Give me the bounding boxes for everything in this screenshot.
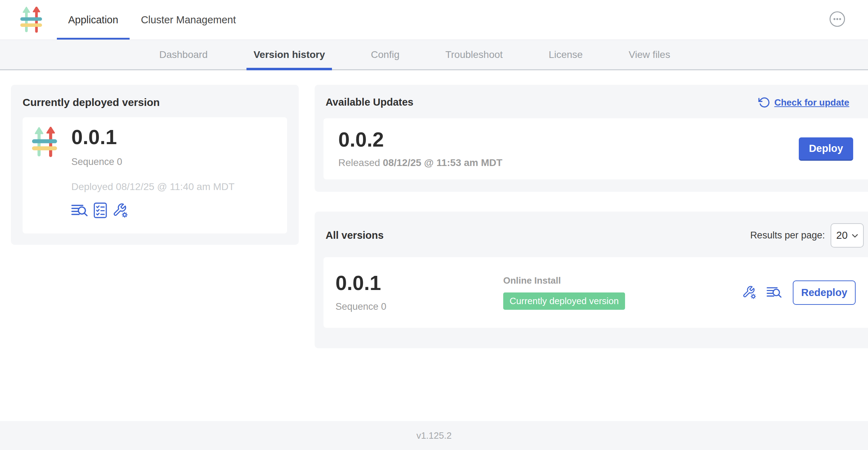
subnav-tab-view-files-label: View files bbox=[629, 49, 670, 60]
all-versions-title: All versions bbox=[326, 230, 384, 241]
ellipsis-circle-icon bbox=[829, 11, 845, 27]
subnav-tab-config-label: Config bbox=[371, 49, 399, 60]
check-for-update-link[interactable]: Check for update bbox=[758, 96, 849, 108]
preflight-checks-icon[interactable] bbox=[94, 202, 107, 218]
config-wrench-icon[interactable] bbox=[743, 285, 757, 300]
updates-column: Available Updates Check for update 0.0.2… bbox=[315, 85, 868, 421]
available-updates-card: Available Updates Check for update 0.0.2… bbox=[315, 85, 868, 192]
install-type-label: Online Install bbox=[503, 275, 743, 286]
update-version-number: 0.0.2 bbox=[338, 129, 503, 150]
app-logo bbox=[20, 7, 43, 33]
version-row-info: 0.0.1 Sequence 0 bbox=[335, 273, 503, 312]
all-versions-card: All versions Results per page: 20 0.0.1 … bbox=[315, 212, 868, 348]
subnav-tab-view-files[interactable]: View files bbox=[622, 40, 677, 69]
subnav-tab-troubleshoot[interactable]: Troubleshoot bbox=[438, 40, 510, 69]
check-for-update-label: Check for update bbox=[774, 97, 849, 108]
redeploy-button[interactable]: Redeploy bbox=[793, 280, 856, 305]
subnav-tab-config[interactable]: Config bbox=[364, 40, 406, 69]
currently-deployed-card: Currently deployed version 0.0.1 Sequenc… bbox=[11, 85, 299, 245]
refresh-icon bbox=[758, 96, 770, 108]
tab-application[interactable]: Application bbox=[57, 0, 130, 40]
console-version: v1.125.2 bbox=[416, 430, 452, 441]
deployed-timestamp: Deployed 08/12/25 @ 11:40 am MDT bbox=[71, 181, 234, 193]
results-per-page-value: 20 bbox=[836, 230, 848, 241]
version-row-status: Online Install Currently deployed versio… bbox=[503, 275, 743, 310]
subnav-tab-license[interactable]: License bbox=[542, 40, 590, 69]
currently-deployed-inner-card: 0.0.1 Sequence 0 Deployed 08/12/25 @ 11:… bbox=[23, 117, 287, 233]
results-per-page-label: Results per page: bbox=[750, 230, 825, 241]
currently-deployed-title: Currently deployed version bbox=[23, 96, 287, 108]
top-nav-bar: Application Cluster Management bbox=[0, 0, 868, 40]
tab-application-label: Application bbox=[68, 14, 118, 26]
subnav-tab-version-history-label: Version history bbox=[254, 49, 325, 60]
update-released-timestamp: Released 08/12/25 @ 11:53 am MDT bbox=[338, 157, 503, 168]
chevron-down-icon bbox=[851, 232, 859, 239]
available-update-row: 0.0.2 Released 08/12/25 @ 11:53 am MDT D… bbox=[323, 118, 868, 179]
subnav-tab-dashboard[interactable]: Dashboard bbox=[152, 40, 215, 69]
results-per-page-select[interactable]: 20 bbox=[831, 223, 864, 248]
deployed-version-number: 0.0.1 bbox=[71, 127, 234, 147]
app-logo bbox=[31, 127, 58, 158]
app-logo-arrows-icon bbox=[20, 7, 43, 33]
release-diff-icon[interactable] bbox=[767, 286, 781, 299]
row-version-number: 0.0.1 bbox=[335, 273, 503, 293]
deployed-sequence: Sequence 0 bbox=[71, 156, 234, 167]
subnav-tab-license-label: License bbox=[549, 49, 583, 60]
deployed-version-info: 0.0.1 Sequence 0 Deployed 08/12/25 @ 11:… bbox=[71, 127, 234, 224]
currently-deployed-badge: Currently deployed version bbox=[503, 292, 625, 310]
top-tabs: Application Cluster Management bbox=[57, 0, 247, 40]
config-wrench-icon[interactable] bbox=[113, 203, 129, 218]
version-history-page: Currently deployed version 0.0.1 Sequenc… bbox=[0, 70, 868, 421]
release-diff-icon[interactable] bbox=[71, 203, 88, 218]
results-per-page: Results per page: 20 bbox=[750, 223, 864, 248]
released-prefix: Released bbox=[338, 157, 380, 168]
overflow-menu-button[interactable] bbox=[829, 11, 845, 27]
deployed-actions bbox=[71, 202, 234, 218]
update-info: 0.0.2 Released 08/12/25 @ 11:53 am MDT bbox=[338, 129, 503, 168]
app-subnav: Dashboard Version history Config Trouble… bbox=[0, 40, 868, 70]
row-sequence: Sequence 0 bbox=[335, 301, 503, 312]
subnav-tab-troubleshoot-label: Troubleshoot bbox=[445, 49, 503, 60]
available-updates-title: Available Updates bbox=[326, 96, 414, 108]
tab-cluster-management[interactable]: Cluster Management bbox=[130, 0, 247, 40]
app-logo-arrows-icon bbox=[31, 127, 58, 158]
version-row-actions: Redeploy bbox=[743, 280, 856, 305]
subnav-tab-version-history[interactable]: Version history bbox=[246, 40, 332, 69]
page-footer: v1.125.2 bbox=[0, 421, 868, 450]
tab-cluster-management-label: Cluster Management bbox=[141, 14, 236, 26]
version-row: 0.0.1 Sequence 0 Online Install Currentl… bbox=[323, 257, 868, 328]
released-date: 08/12/25 @ 11:53 am MDT bbox=[383, 157, 503, 168]
subnav-tab-dashboard-label: Dashboard bbox=[159, 49, 208, 60]
deploy-button[interactable]: Deploy bbox=[799, 137, 853, 161]
